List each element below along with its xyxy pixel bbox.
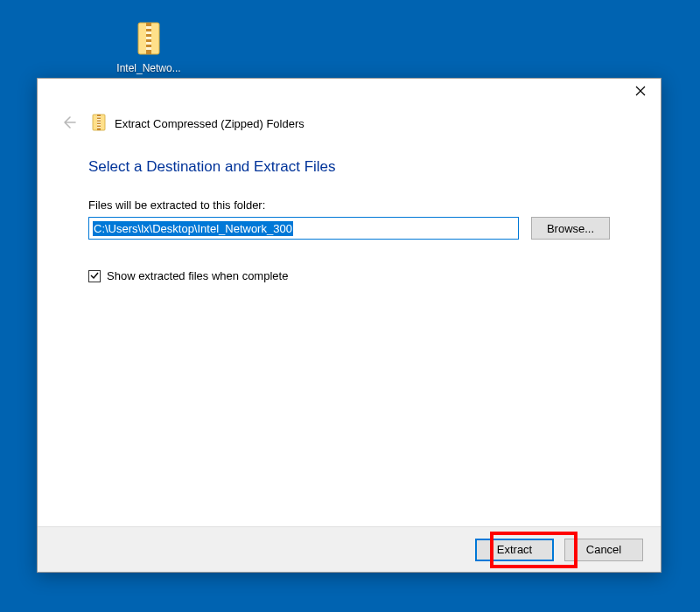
close-icon	[635, 86, 646, 99]
cancel-button[interactable]: Cancel	[564, 539, 643, 561]
svg-rect-11	[97, 122, 101, 123]
browse-label: Browse...	[547, 222, 594, 235]
destination-path-input[interactable]: C:\Users\lx\Desktop\Intel_Network_300	[88, 217, 519, 240]
svg-rect-2	[146, 26, 151, 29]
arrow-left-icon	[60, 115, 76, 133]
svg-rect-9	[97, 116, 101, 118]
svg-rect-3	[146, 31, 151, 34]
dialog-title: Extract Compressed (Zipped) Folders	[115, 117, 304, 130]
dialog-body: Select a Destination and Extract Files F…	[38, 146, 661, 526]
page-heading: Select a Destination and Extract Files	[88, 158, 610, 176]
show-files-checkbox-row: Show extracted files when complete	[88, 269, 610, 282]
cancel-label: Cancel	[586, 543, 621, 556]
path-row: C:\Users\lx\Desktop\Intel_Network_300 Br…	[88, 217, 610, 240]
svg-rect-4	[146, 37, 151, 39]
svg-rect-5	[146, 42, 151, 45]
zip-folder-icon	[135, 21, 163, 59]
svg-rect-10	[97, 119, 101, 121]
extract-label: Extract	[497, 543, 532, 556]
checkbox-label: Show extracted files when complete	[107, 269, 288, 282]
path-label: Files will be extracted to this folder:	[88, 198, 610, 212]
desktop-icon-label: Intel_Netwo...	[116, 62, 180, 74]
checkmark-icon	[90, 269, 99, 282]
svg-rect-13	[97, 127, 101, 129]
desktop-zip-icon[interactable]: Intel_Netwo...	[114, 21, 184, 74]
extract-button[interactable]: Extract	[475, 539, 554, 561]
path-value: C:\Users\lx\Desktop\Intel_Network_300	[93, 221, 293, 236]
show-files-checkbox[interactable]	[88, 270, 101, 282]
svg-rect-6	[146, 47, 151, 50]
extract-dialog: Extract Compressed (Zipped) Folders Sele…	[37, 78, 662, 573]
back-button	[59, 115, 78, 134]
svg-rect-12	[97, 124, 101, 126]
browse-button[interactable]: Browse...	[531, 217, 610, 240]
dialog-footer: Extract Cancel	[38, 526, 661, 572]
zip-folder-icon	[87, 114, 106, 134]
close-button[interactable]	[620, 79, 661, 105]
dialog-header: Extract Compressed (Zipped) Folders	[38, 79, 661, 146]
